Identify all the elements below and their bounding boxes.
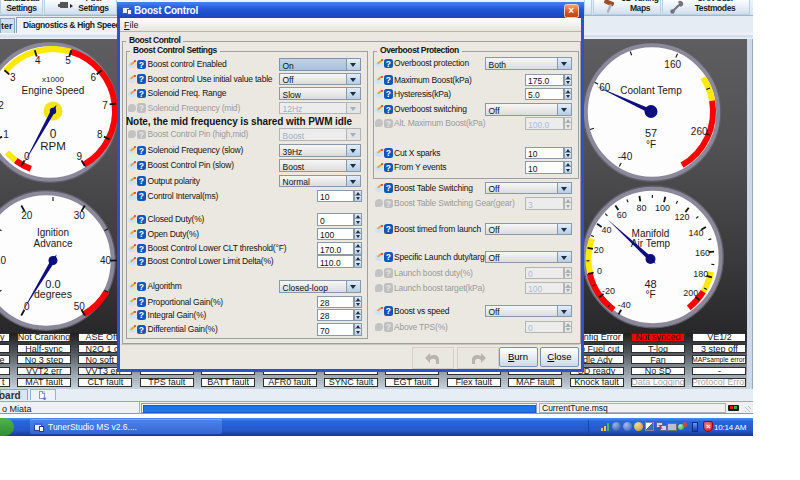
svg-text:140: 140 [688,228,703,238]
svg-text:100: 100 [655,203,670,213]
svg-text:0: 0 [50,127,57,141]
svg-text:3: 3 [10,72,16,83]
svg-text:Engine Speed: Engine Speed [22,85,85,96]
svg-text:80: 80 [636,203,646,213]
svg-text:RPM: RPM [40,140,66,152]
svg-text:20: 20 [21,210,33,221]
svg-text:60: 60 [599,82,611,93]
svg-text:60: 60 [617,210,627,220]
svg-text:-20: -20 [602,286,615,296]
svg-text:160: 160 [664,59,681,70]
svg-text:200: 200 [683,288,698,298]
svg-text:1: 1 [3,129,9,140]
svg-text:-40: -40 [618,151,633,162]
svg-text:50: 50 [74,301,86,312]
svg-text:9: 9 [76,151,82,162]
svg-text:7: 7 [102,100,108,111]
svg-text:260: 260 [691,126,708,137]
svg-text:4: 4 [35,55,41,66]
svg-text:degrees: degrees [34,288,72,300]
svg-text:-40: -40 [618,300,631,310]
svg-text:6: 6 [90,72,96,83]
svg-text:0: 0 [597,266,602,276]
svg-text:0: 0 [24,301,30,312]
svg-text:x1000: x1000 [42,75,64,84]
svg-text:5: 5 [65,55,71,66]
svg-text:°F: °F [646,139,656,150]
svg-text:120: 120 [674,212,689,222]
svg-text:Coolant Temp: Coolant Temp [620,85,682,96]
svg-text:10: 10 [0,255,6,266]
svg-text:40: 40 [100,255,112,266]
svg-text:20: 20 [594,245,604,255]
svg-text:2: 2 [0,100,4,111]
svg-text:°F: °F [645,289,655,300]
svg-text:8: 8 [97,129,103,140]
svg-text:Advance: Advance [34,238,73,249]
svg-text:40: 40 [602,225,612,235]
svg-text:0: 0 [24,151,30,162]
svg-text:Ignition: Ignition [37,227,69,238]
svg-text:160: 160 [695,248,710,258]
svg-text:30: 30 [74,210,86,221]
svg-text:180: 180 [693,269,708,279]
svg-text:57: 57 [645,127,657,139]
